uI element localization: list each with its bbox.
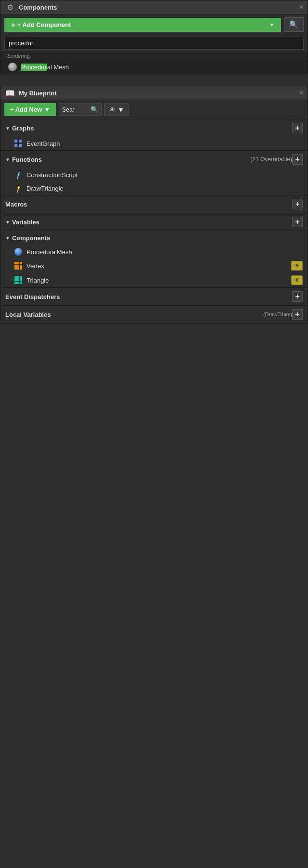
- bp-components-section-header[interactable]: ▼ Components: [0, 231, 308, 245]
- eventgraph-label: EventGraph: [26, 140, 60, 147]
- triangle-item[interactable]: Triangle 👁: [0, 273, 308, 287]
- components-panel-title: Components: [19, 4, 57, 11]
- blueprint-search-wrapper: 🔍: [59, 104, 102, 116]
- event-dispatchers-add-button[interactable]: +: [292, 291, 303, 302]
- procedural-highlight: Procedur: [21, 64, 47, 71]
- variables-add-button[interactable]: +: [292, 217, 303, 227]
- local-variables-section-title: Local Variables: [5, 311, 261, 318]
- event-dispatchers-section-header[interactable]: Event Dispatchers +: [0, 287, 308, 305]
- add-new-button[interactable]: + Add New ▼: [4, 103, 56, 116]
- graphs-section-title: Graphs: [12, 125, 292, 132]
- functions-section-header[interactable]: ▼ Functions (21 Overridable) +: [0, 150, 308, 168]
- variables-collapse-icon: ▼: [5, 220, 10, 225]
- variables-section-header[interactable]: ▼ Variables +: [0, 213, 308, 231]
- add-component-label: + Add Component: [17, 21, 71, 28]
- local-variables-subtitle: (DrawTriang: [263, 311, 292, 317]
- functions-collapse-icon: ▼: [5, 157, 10, 162]
- local-variables-section-header[interactable]: Local Variables (DrawTriang +: [0, 305, 308, 323]
- construction-script-func-icon: ƒ: [16, 171, 20, 179]
- blueprint-search-icon: 🔍: [90, 106, 98, 113]
- procedural-rest: al Mesh: [47, 64, 69, 71]
- procedural-mesh-bp-item[interactable]: ProceduralMesh: [0, 245, 308, 259]
- triangle-eye-icon[interactable]: 👁: [291, 275, 303, 285]
- functions-subtitle: (21 Overridable): [250, 156, 292, 163]
- add-new-label: + Add New: [10, 106, 42, 113]
- book-icon: 📖: [5, 89, 15, 98]
- draw-triangle-item[interactable]: ƒ DrawTriangle: [0, 181, 308, 195]
- components-panel: ⚙ Components × + + Add Component ▼ 🔍 Ren…: [0, 0, 308, 74]
- construction-script-icon-wrapper: ƒ: [14, 170, 23, 179]
- panel-spacer: [0, 76, 308, 86]
- search-icon: 🔍: [289, 20, 298, 29]
- eye-dropdown-arrow-icon: ▼: [117, 106, 124, 114]
- vertex-icon-wrapper: [14, 261, 23, 270]
- procedural-mesh-icon: [8, 63, 17, 71]
- draw-triangle-func-icon: ƒ: [16, 184, 20, 193]
- components-search-input[interactable]: [4, 37, 304, 50]
- vertex-grid-icon: [14, 262, 22, 270]
- macros-add-button[interactable]: +: [292, 199, 303, 209]
- vertex-eye-symbol: 👁: [294, 262, 300, 269]
- draw-triangle-icon-wrapper: ƒ: [14, 184, 23, 193]
- functions-section-title: Functions: [12, 156, 248, 163]
- eye-icon: 👁: [109, 106, 116, 114]
- variables-section-title: Variables: [12, 219, 292, 226]
- graphs-add-button[interactable]: +: [292, 123, 303, 133]
- construction-script-label: ConstructionScript: [26, 171, 77, 179]
- blueprint-panel: 📖 My Blueprint × + Add New ▼ 🔍 👁 ▼ ▼ Gra…: [0, 86, 308, 324]
- add-component-button[interactable]: + + Add Component ▼: [4, 18, 281, 32]
- procedural-mesh-item[interactable]: Procedural Mesh: [0, 60, 308, 74]
- eventgraph-icon: [14, 140, 22, 147]
- components-panel-header: ⚙ Components ×: [0, 0, 308, 14]
- graphs-section-header[interactable]: ▼ Graphs +: [0, 119, 308, 137]
- triangle-grid-icon: [14, 276, 22, 284]
- macros-section-title: Macros: [5, 201, 292, 208]
- blueprint-toolbar: + Add New ▼ 🔍 👁 ▼: [0, 100, 308, 119]
- components-search-row: [0, 35, 308, 52]
- add-component-arrow-icon: ▼: [270, 22, 274, 27]
- eventgraph-icon-wrapper: [14, 139, 23, 148]
- blueprint-icon-wrapper: 📖: [5, 89, 15, 97]
- vertex-item[interactable]: Vertex 👁: [0, 259, 308, 273]
- bp-components-collapse-icon: ▼: [5, 235, 10, 241]
- blueprint-close-icon[interactable]: ×: [299, 89, 304, 97]
- procedural-mesh-bp-icon-wrapper: [14, 247, 23, 256]
- graphs-collapse-icon: ▼: [5, 126, 10, 131]
- components-search-icon-button[interactable]: 🔍: [284, 17, 304, 32]
- procedural-mesh-bp-icon: [14, 248, 22, 256]
- macros-section-header[interactable]: Macros +: [0, 195, 308, 213]
- procedural-mesh-bp-label: ProceduralMesh: [26, 248, 72, 256]
- components-toolbar: + + Add Component ▼ 🔍: [0, 14, 308, 35]
- blueprint-panel-title: My Blueprint: [19, 90, 57, 97]
- construction-script-item[interactable]: ƒ ConstructionScript: [0, 168, 308, 181]
- bp-components-section-title: Components: [12, 234, 303, 242]
- blueprint-search-input[interactable]: [62, 106, 89, 113]
- rendering-category-label: Rendering: [0, 52, 308, 60]
- add-component-plus-icon: +: [11, 21, 15, 29]
- eventgraph-item[interactable]: EventGraph: [0, 137, 308, 150]
- procedural-mesh-label: Procedural Mesh: [21, 64, 69, 71]
- components-icon: ⚙: [5, 3, 15, 11]
- local-variables-add-button[interactable]: +: [292, 309, 303, 320]
- functions-add-button[interactable]: +: [292, 154, 303, 165]
- draw-triangle-label: DrawTriangle: [26, 185, 64, 192]
- triangle-icon-wrapper: [14, 276, 23, 285]
- vertex-eye-icon[interactable]: 👁: [291, 261, 303, 271]
- components-close-icon[interactable]: ×: [299, 3, 304, 11]
- event-dispatchers-section-title: Event Dispatchers: [5, 293, 292, 300]
- blueprint-panel-header: 📖 My Blueprint ×: [0, 86, 308, 100]
- vertex-label: Vertex: [26, 262, 287, 270]
- cog-icon: ⚙: [7, 3, 13, 12]
- blueprint-eye-button[interactable]: 👁 ▼: [104, 104, 128, 116]
- add-new-arrow-icon: ▼: [44, 106, 50, 113]
- triangle-eye-symbol: 👁: [294, 277, 300, 284]
- triangle-label: Triangle: [26, 277, 287, 284]
